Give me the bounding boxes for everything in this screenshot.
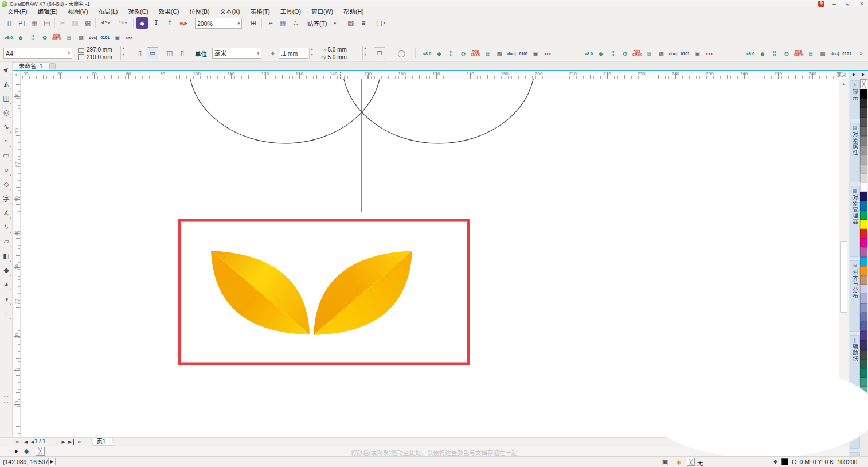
macro-record-icon[interactable]: ☻ (434, 48, 444, 59)
coordinates-flyout-button[interactable]: ▶ (48, 458, 56, 465)
all-pages-button[interactable]: ◫ (164, 47, 175, 59)
macro-doc-label[interactable]: doc| (506, 48, 517, 59)
add-page-start-button[interactable]: ⊞ (14, 438, 21, 446)
connector-tool[interactable]: ϟ (0, 220, 13, 234)
no-color-swatch[interactable]: ╳ (860, 79, 867, 88)
macro-duplicate-icon[interactable]: ▣ (112, 32, 122, 42)
options-button[interactable]: ▧ (345, 17, 357, 29)
docker-tab-2[interactable]: ▤对象属性 (850, 123, 860, 182)
macro-dimension-icon[interactable]: ⁞⁞ (28, 32, 38, 42)
welcome-screen-button[interactable]: ▢▾ (373, 17, 389, 29)
docker-tab-1[interactable]: ✳提示 (850, 80, 860, 119)
fullscreen-preview-button[interactable]: ⊞ (248, 17, 259, 29)
macro-doc-label[interactable]: doc| (88, 32, 98, 42)
macro-record-icon[interactable]: ☻ (15, 32, 26, 42)
clipboard-ring-icon[interactable]: ◯ (396, 48, 407, 59)
macro-sheet-icon[interactable]: ▤ (64, 32, 74, 42)
macro-barcode-icon[interactable]: 0101 (100, 32, 110, 42)
page-width-field[interactable]: 297.0 mm (78, 46, 112, 53)
vertical-scroll-thumb[interactable] (840, 241, 847, 313)
nudge-distance-field[interactable]: .1 mm (279, 48, 308, 59)
document-tab[interactable]: 未命名 -1 (13, 62, 49, 70)
macro-duplicate-icon[interactable]: ▣ (692, 48, 702, 59)
macro-sheet-icon[interactable]: ▤ (644, 48, 654, 59)
macro-dimension-icon[interactable]: ⁞⁞ (608, 48, 618, 59)
transparency-tool[interactable]: ◧ (0, 248, 13, 263)
macro-rgb-cmyk-icon[interactable]: RGB CMYK (470, 48, 480, 59)
palette-swatch[interactable] (860, 99, 867, 108)
redo-button[interactable]: ↷▾ (115, 17, 131, 29)
toolbar-overflow-chevron[interactable]: » (857, 48, 866, 59)
macro-rgb-cmyk-icon[interactable]: RGB CMYK (632, 48, 642, 59)
menu-item-11[interactable]: 窗口(W) (306, 7, 338, 16)
interactive-fill-tool[interactable]: ◕ (0, 277, 13, 291)
close-button[interactable]: × (858, 0, 866, 7)
palette-swatch[interactable] (860, 303, 867, 313)
color-eyedropper-tool[interactable]: ◆ (0, 263, 13, 277)
macro-sheet-icon[interactable]: ▤ (482, 48, 492, 59)
menu-item-6[interactable]: 效果(C) (154, 7, 185, 16)
palette-swatch[interactable] (860, 201, 867, 210)
menu-item-3[interactable]: 视图(V) (62, 7, 93, 16)
palette-swatch[interactable] (860, 266, 867, 275)
palette-swatch[interactable] (860, 136, 867, 145)
scroll-up-arrow[interactable]: ▲ (839, 79, 849, 87)
menu-item-2[interactable]: 编辑(E) (32, 7, 62, 16)
palette-swatch[interactable] (860, 173, 867, 182)
palette-swatch[interactable] (860, 89, 867, 99)
page-height-field[interactable]: 210.0 mm (78, 53, 112, 61)
show-grid-button[interactable]: ▦ (277, 17, 289, 29)
palette-swatch[interactable] (860, 322, 867, 331)
macro-barcode-icon[interactable]: 0101 (680, 48, 690, 59)
macro-dimension-icon[interactable]: ⁞⁞ (769, 48, 780, 59)
duplicate-y-field[interactable]: ⌗y 5.0 mm (321, 53, 347, 61)
duplicate-spinner[interactable]: ▲▼ (362, 46, 367, 60)
docker-tab-3[interactable]: ▦对象管理器 (850, 186, 860, 257)
construction-circle[interactable] (342, 79, 535, 143)
docker-flyout-arrow[interactable]: ▶ (853, 72, 855, 77)
macro-doc-label[interactable]: doc| (668, 48, 678, 59)
menu-item-10[interactable]: 工具(O) (275, 7, 306, 16)
vertical-ruler[interactable]: 80706050403020100-10 (13, 79, 21, 437)
palette-swatch[interactable] (860, 257, 867, 266)
macro-version-label[interactable]: v8.0 (422, 48, 432, 59)
palette-swatch[interactable] (860, 192, 867, 201)
last-page-button[interactable]: ▶ (67, 439, 74, 445)
macro-rgb-cmyk-icon[interactable]: RGB CMYK (52, 32, 62, 42)
macro-record-icon[interactable]: ☻ (596, 48, 606, 59)
save-button[interactable]: ▦ (29, 17, 40, 29)
macro-lock-icon[interactable]: ▩ (494, 48, 505, 59)
dimension-tool[interactable]: ∡ (0, 205, 13, 220)
docker-tab-4[interactable]: ⊞对齐与分布 (850, 260, 860, 332)
macro-lock-icon[interactable]: ▩ (656, 48, 666, 59)
artistic-media-tool[interactable]: ≈ (0, 134, 13, 148)
current-page-button[interactable]: ▯ (177, 47, 188, 59)
paste-button[interactable]: ▨ (82, 17, 93, 29)
palette-swatch[interactable] (860, 247, 867, 256)
polygon-tool[interactable]: ◇ (0, 177, 13, 191)
macro-lock-icon[interactable]: ▩ (818, 48, 828, 59)
outline-pen-tool[interactable]: ◌ (0, 306, 13, 320)
object-details-icon[interactable]: ▣ (660, 458, 670, 466)
palette-swatch[interactable] (860, 182, 867, 192)
palette-swatch[interactable] (860, 220, 867, 229)
macro-xxx-icon[interactable]: xxx (704, 48, 714, 59)
palette-swatch[interactable] (860, 313, 867, 322)
palette-swatch[interactable] (860, 294, 867, 303)
duplicate-x-field[interactable]: ⌗x 5.0 mm (321, 46, 347, 53)
macro-refresh-icon[interactable]: ♻ (40, 32, 50, 42)
macro-version-label[interactable]: v8.0 (584, 48, 594, 59)
palette-swatch[interactable] (860, 378, 867, 387)
rectangle-tool[interactable]: ▭ (0, 148, 13, 162)
macro-barcode-icon[interactable]: 0101 (842, 48, 852, 59)
account-icon[interactable] (818, 1, 824, 7)
palette-swatch[interactable] (860, 238, 867, 247)
menu-item-7[interactable]: 位图(B) (184, 7, 214, 16)
menu-item-1[interactable]: 文件(F) (2, 7, 32, 16)
macro-refresh-icon[interactable]: ♻ (620, 48, 630, 59)
zoom-level-combobox[interactable]: 200%▾ (195, 18, 242, 29)
menu-item-4[interactable]: 布局(L) (93, 7, 123, 16)
menu-item-9[interactable]: 表格(T) (245, 7, 275, 16)
palette-swatch[interactable] (860, 229, 867, 238)
shape-tool[interactable]: ◭ (0, 76, 13, 91)
